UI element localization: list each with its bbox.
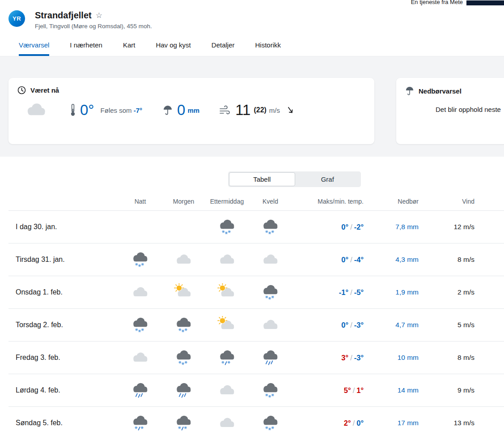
period-symbol-cell (162, 251, 205, 269)
thermometer-icon (69, 103, 76, 117)
forecast-table-body: I dag 30. jan.0°/-2°7,8 mm12 m/sTirsdag … (8, 210, 504, 439)
period-symbol-cell (119, 381, 162, 399)
precipitation-forecast-card: Nedbørvarsel Det blir opphold neste (396, 78, 504, 144)
min-temp: -4° (354, 256, 364, 264)
nav-tab-v-rvarsel[interactable]: Værvarsel (19, 35, 49, 56)
temp-separator: / (350, 321, 352, 329)
weather-symbol-cloud-icon (217, 251, 237, 269)
toggle-tabell[interactable]: Tabell (229, 172, 295, 186)
current-temperature: 0° (80, 102, 94, 119)
period-symbol-cell (205, 381, 249, 399)
max-temp: 3° (341, 354, 348, 362)
period-symbol-cell (249, 381, 292, 399)
weather-symbol-cloud-icon (174, 251, 194, 269)
current-weather-card: Været nå 0° Føles som -7° 0 mm 11 (22) (8, 78, 374, 144)
weather-symbol-snow-icon (174, 316, 194, 334)
precipitation-value: 7,8 mm (364, 223, 419, 231)
weather-symbol-snow-icon (260, 381, 281, 399)
weather-symbol-partly-sun-icon (217, 283, 237, 301)
col-header-morgen: Morgen (162, 198, 205, 205)
umbrella-icon (163, 105, 173, 115)
wind-value: 12 m/s (419, 223, 474, 231)
day-label: Søndag 5. feb. (8, 419, 119, 427)
weather-symbol-snow-icon (174, 349, 194, 367)
period-symbol-cell (162, 283, 205, 301)
nav-tab-detaljer[interactable]: Detaljer (212, 35, 235, 56)
nav-tabs: VærvarselI nærhetenKartHav og kystDetalj… (0, 35, 504, 56)
period-symbol-cell (119, 316, 162, 334)
table-row[interactable]: Fredag 3. feb.3°/-3°10 mm8 m/s (8, 341, 504, 374)
period-symbol-cell (162, 349, 205, 367)
weather-symbol-cloud-icon (217, 414, 237, 432)
max-min-temperature: 0°/-3° (292, 321, 364, 329)
period-symbol-cell (119, 414, 162, 432)
period-symbol-cell (205, 251, 249, 269)
current-wind-unit: m/s (269, 107, 280, 114)
table-row[interactable]: Tirsdag 31. jan.0°/-4°4,3 mm8 m/s (8, 243, 504, 276)
title-block: Strandafjellet ☆ Fjell, Tingvoll (Møre o… (35, 10, 152, 30)
max-min-temperature: -1°/-5° (292, 288, 364, 297)
current-precip-unit: mm (187, 107, 199, 114)
weather-symbol-cloud-icon (217, 381, 237, 399)
weather-symbol-sleet-icon (174, 414, 194, 432)
current-wind-gust: (22) (254, 106, 266, 114)
max-temp: 0° (341, 256, 348, 264)
temp-separator: / (350, 354, 352, 362)
wind-value: 9 m/s (419, 386, 474, 394)
period-symbol-cell (249, 414, 292, 432)
min-temp: 1° (356, 386, 364, 394)
table-row[interactable]: Søndag 5. feb.2°/0°17 mm13 m/s (8, 406, 504, 439)
location-subtitle: Fjell, Tingvoll (Møre og Romsdal), 455 m… (35, 23, 152, 30)
nav-tab-i-n-rheten[interactable]: I nærheten (70, 35, 102, 56)
max-temp: 5° (344, 386, 351, 394)
col-header-vind: Vind (419, 198, 474, 205)
forecast-table: NattMorgenEttermiddagKveldMaks/min. temp… (8, 198, 504, 439)
weather-symbol-cloud-icon (260, 316, 281, 334)
weather-symbol-snow-icon (217, 218, 237, 236)
day-label: Torsdag 2. feb. (8, 321, 119, 329)
day-label: Onsdag 1. feb. (8, 288, 119, 296)
yr-logo[interactable]: YR (8, 10, 25, 27)
current-wind-value: 11 (235, 102, 250, 119)
service-banner-text: En tjeneste fra Mete (411, 0, 463, 5)
precipitation-value: 14 mm (364, 386, 419, 394)
precipitation-value: 4,7 mm (364, 321, 419, 329)
current-symbol-cloudy-icon (25, 102, 48, 118)
table-row[interactable]: Lørdag 4. feb.5°/1°14 mm9 m/s (8, 374, 504, 406)
summary-band: Været nå 0° Føles som -7° 0 mm 11 (22) (0, 56, 504, 157)
nav-tab-historikk[interactable]: Historikk (255, 35, 281, 56)
period-symbol-cell (205, 316, 249, 334)
wind-direction-arrow (286, 106, 294, 114)
max-temp: 0° (341, 223, 348, 231)
day-label: I dag 30. jan. (8, 223, 119, 231)
max-min-temperature: 3°/-3° (292, 354, 364, 362)
temp-separator: / (350, 256, 352, 264)
forecast-table-header: NattMorgenEttermiddagKveldMaks/min. temp… (8, 198, 504, 210)
favorite-star-icon[interactable]: ☆ (96, 12, 102, 19)
min-temp: -3° (354, 354, 364, 362)
now-card-title: Været nå (30, 86, 59, 94)
precip-card-text: Det blir opphold neste (436, 106, 504, 113)
table-row[interactable]: I dag 30. jan.0°/-2°7,8 mm12 m/s (8, 210, 504, 243)
col-header-maks-min-temp-: Maks/min. temp. (292, 198, 364, 205)
period-symbol-cell (162, 414, 205, 432)
temp-separator: / (350, 288, 352, 296)
weather-symbol-rain-icon (130, 381, 151, 399)
table-row[interactable]: Torsdag 2. feb.0°/-3°4,7 mm5 m/s (8, 308, 504, 341)
precipitation-value: 17 mm (364, 419, 419, 427)
period-symbol-cell (249, 218, 292, 236)
weather-symbol-partly-sun-icon (217, 316, 237, 334)
period-symbol-cell (205, 349, 249, 367)
period-symbol-cell (205, 218, 249, 236)
col-header-natt: Natt (119, 198, 162, 205)
service-banner: En tjeneste fra Mete (411, 0, 504, 5)
toggle-graf[interactable]: Graf (295, 172, 360, 186)
nav-tab-hav-og-kyst[interactable]: Hav og kyst (156, 35, 191, 56)
umbrella-icon (405, 86, 414, 96)
period-symbol-cell (205, 283, 249, 301)
table-row[interactable]: Onsdag 1. feb.-1°/-5°1,9 mm2 m/s (8, 276, 504, 308)
weather-symbol-rain-icon (174, 381, 194, 399)
weather-symbol-cloud-icon (260, 251, 281, 269)
min-temp: 0° (356, 419, 364, 427)
nav-tab-kart[interactable]: Kart (123, 35, 136, 56)
